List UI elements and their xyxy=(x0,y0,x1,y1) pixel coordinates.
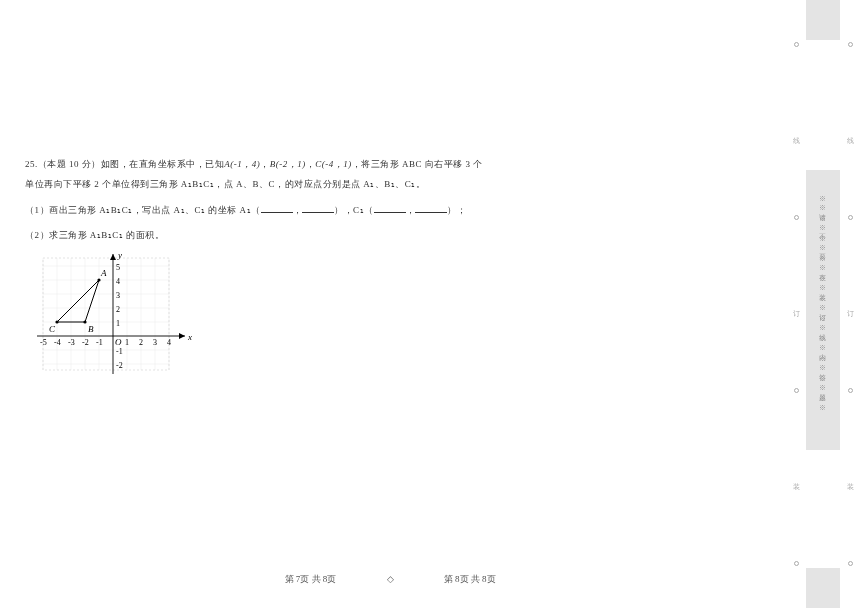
action1: ，将三角形 ABC 向右平移 3 个 xyxy=(352,159,483,169)
ytick: -1 xyxy=(116,347,123,356)
svg-marker-18 xyxy=(179,333,185,339)
punch-hole-icon xyxy=(848,561,853,566)
punch-hole-icon xyxy=(848,388,853,393)
gutter-gray-top xyxy=(806,0,840,40)
xtick: -1 xyxy=(96,338,103,347)
origin-label: O xyxy=(115,337,122,347)
xtick: -5 xyxy=(40,338,47,347)
problem-line2: 单位再向下平移 2 个单位得到三角形 A₁B₁C₁，点 A、B、C，的对应点分别… xyxy=(25,175,765,195)
ytick: 2 xyxy=(116,305,120,314)
gutter-col-outer: 线 订 装 xyxy=(840,0,860,608)
punch-hole-icon xyxy=(794,561,799,566)
xtick: 4 xyxy=(167,338,171,347)
gutter-col-inner: 线 订 装 xyxy=(786,0,806,608)
gutter-gray-bot xyxy=(806,568,840,608)
coordinate-graph: y x A B C O -5 -4 -3 -2 -1 1 2 3 4 5 4 3… xyxy=(25,248,200,378)
svg-point-23 xyxy=(83,320,86,323)
svg-point-22 xyxy=(97,278,100,281)
footer-left: 第 7页 共 8页 xyxy=(285,573,337,586)
problem-part2: （2）求三角形 A₁B₁C₁ 的面积。 xyxy=(25,226,765,246)
x-axis-label: x xyxy=(187,332,192,342)
blank-A1y[interactable] xyxy=(302,204,334,213)
problem-line1: 25.（本题 10 分）如图，在直角坐标系中，已知A(-1，4)，B(-2，1)… xyxy=(25,155,765,175)
blank-C1x[interactable] xyxy=(374,204,406,213)
point-A: A(-1，4) xyxy=(224,159,260,169)
punch-hole-icon xyxy=(848,42,853,47)
part1-pre: （1）画出三角形 A₁B₁C₁，写出点 A₁、C₁ 的坐标 A₁（ xyxy=(25,205,261,215)
punch-hole-icon xyxy=(848,215,853,220)
xtick: 2 xyxy=(139,338,143,347)
graph-svg: y x A B C O -5 -4 -3 -2 -1 1 2 3 4 5 4 3… xyxy=(25,248,200,378)
ytick: 3 xyxy=(116,291,120,300)
problem-number: 25. xyxy=(25,159,38,169)
ytick: -2 xyxy=(116,361,123,370)
ytick: 4 xyxy=(116,277,120,286)
problem-part1: （1）画出三角形 A₁B₁C₁，写出点 A₁、C₁ 的坐标 A₁（，），C₁（，… xyxy=(25,201,765,221)
problem-text: 25.（本题 10 分）如图，在直角坐标系中，已知A(-1，4)，B(-2，1)… xyxy=(25,155,765,246)
svg-marker-21 xyxy=(57,280,99,322)
part1-comma2: ， xyxy=(406,205,416,215)
ytick: 5 xyxy=(116,263,120,272)
xtick: -3 xyxy=(68,338,75,347)
punch-hole-icon xyxy=(794,215,799,220)
page-footer: 第 7页 共 8页 ◇ 第 8页 共 8页 xyxy=(0,573,780,586)
blank-C1y[interactable] xyxy=(415,204,447,213)
problem-points: （本题 10 分） xyxy=(38,159,101,169)
ytick: 1 xyxy=(116,319,120,328)
punch-hole-icon xyxy=(794,42,799,47)
footer-center-icon: ◇ xyxy=(387,574,394,584)
footer-right: 第 8页 共 8页 xyxy=(444,573,496,586)
xtick: -4 xyxy=(54,338,61,347)
svg-point-24 xyxy=(55,320,58,323)
y-axis-label: y xyxy=(117,250,122,260)
part1-end: ）； xyxy=(447,205,466,215)
blank-A1x[interactable] xyxy=(261,204,293,213)
svg-marker-20 xyxy=(110,254,116,260)
vertex-B-label: B xyxy=(88,324,94,334)
binding-warning-text: ※※请※※不※※要※※在※※装※※订※※线※※内※※答※※题※※ xyxy=(817,190,827,408)
part1-mid2: ），C₁（ xyxy=(334,205,374,215)
punch-hole-icon xyxy=(794,388,799,393)
intro: 如图，在直角坐标系中，已知 xyxy=(101,159,225,169)
binding-gutter: ※※请※※不※※要※※在※※装※※订※※线※※内※※答※※题※※ 线 订 装 线… xyxy=(782,0,860,608)
xtick: 3 xyxy=(153,338,157,347)
xtick: -2 xyxy=(82,338,89,347)
vertex-C-label: C xyxy=(49,324,56,334)
point-C: C(-4，1) xyxy=(315,159,352,169)
vertex-A-label: A xyxy=(100,268,107,278)
part1-comma1: ， xyxy=(293,205,303,215)
xtick: 1 xyxy=(125,338,129,347)
point-B: B(-2，1) xyxy=(270,159,306,169)
